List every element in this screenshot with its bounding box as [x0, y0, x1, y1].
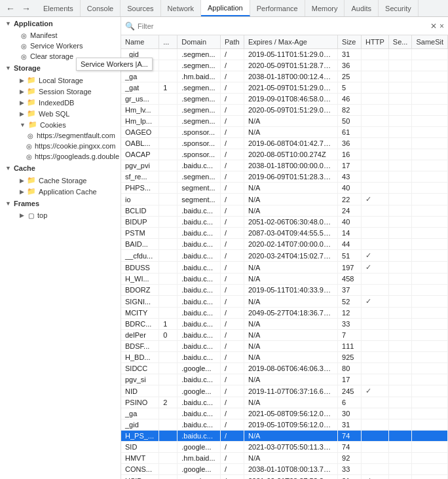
sidebar-item-websql[interactable]: ▶ 📁 Web SQL [0, 108, 121, 119]
table-row[interactable]: sf_re....segmen.../2019-06-09T01:51:28.3… [121, 171, 448, 183]
cell-path: / [221, 205, 244, 217]
table-row[interactable]: BDUSS.baidu.c.../N/A197✓ [121, 262, 448, 274]
cell-size: 17 [338, 160, 362, 171]
table-row[interactable]: BDORZ.baidu.c.../2019-05-11T01:40:33.917… [121, 285, 448, 296]
cell-domain: .baidu.c... [177, 431, 221, 442]
cell-name: BDUSS [121, 262, 159, 274]
tab-sources[interactable]: Sources [121, 0, 160, 16]
table-row[interactable]: OAID.segmen.../2020-05-09T01:51:28.753Z3… [121, 60, 448, 71]
tab-network[interactable]: Network [161, 0, 201, 16]
sidebar-item-cookies[interactable]: ▼ 📁 Cookies [0, 119, 121, 130]
table-row[interactable]: H_PS_....baidu.c.../N/A74 [121, 431, 448, 442]
forward-icon[interactable]: → [20, 2, 33, 15]
table-row[interactable]: NID.google.../2019-11-07T06:37:16.622Z24… [121, 385, 448, 397]
table-row[interactable]: BCLID.baidu.c.../N/A24 [121, 205, 448, 217]
top-label: top [37, 211, 47, 219]
table-row[interactable]: _gid.segmen.../2019-05-11T01:51:29.000Z3… [121, 49, 448, 60]
col-domain[interactable]: Domain [177, 35, 221, 49]
col-size[interactable]: Size [338, 35, 362, 49]
tab-console[interactable]: Console [81, 0, 121, 16]
col-samesite[interactable]: SameSit [412, 35, 448, 49]
table-row[interactable]: __cfdu....baidu.c.../2020-03-24T04:15:02… [121, 250, 448, 262]
filter-clear-icon[interactable]: ✕ [430, 22, 437, 31]
cell-domain: .baidu.c... [177, 341, 221, 352]
table-row[interactable]: H_BD....baidu.c.../N/A925 [121, 352, 448, 363]
tab-audits[interactable]: Audits [345, 0, 379, 16]
cell-name: Hm_lv... [121, 105, 159, 116]
cell-size: 12 [338, 308, 362, 319]
cell-path: / [221, 385, 244, 397]
table-row[interactable]: BIDUP.baidu.c.../2051-02-06T06:30:48.000… [121, 217, 448, 228]
sidebar-item-service-workers[interactable]: ◎ Service Workers [0, 41, 121, 51]
table-row[interactable]: HMVT.hm.baid.../N/A92 [121, 453, 448, 464]
col-val[interactable]: ... [159, 35, 177, 49]
sidebar-item-top[interactable]: ▶ ▢ top [0, 210, 121, 221]
table-row[interactable]: SIGNI....baidu.c.../N/A52✓ [121, 296, 448, 308]
table-row[interactable]: Hm_lv....segmen.../2020-05-09T01:51:29.0… [121, 105, 448, 116]
table-row[interactable]: delPer0.baidu.c.../N/A7 [121, 330, 448, 341]
table-row[interactable]: BDRC...1.baidu.c.../N/A33 [121, 319, 448, 330]
table-row[interactable]: iosegment.../N/A22✓ [121, 194, 448, 205]
table-row[interactable]: _ga.baidu.c.../2021-05-08T09:56:12.000Z3… [121, 408, 448, 419]
sidebar-item-cookie-1[interactable]: ◎ https://cookie.pingxx.com [0, 141, 121, 151]
table-row[interactable]: pgv_pvi.baidu.c.../2038-01-18T00:00:00.0… [121, 160, 448, 171]
sidebar-item-cache-storage[interactable]: ▶ 📁 Cache Storage [0, 175, 121, 186]
table-row[interactable]: H_WI....baidu.c.../N/A458 [121, 274, 448, 285]
table-row[interactable]: _gid.baidu.c.../2019-05-10T09:56:12.000Z… [121, 419, 448, 431]
sidebar-item-local-storage[interactable]: ▶ 📁 Local Storage [0, 75, 121, 86]
tab-memory[interactable]: Memory [305, 0, 345, 16]
sidebar-section-cache[interactable]: ▼ Cache [0, 162, 121, 175]
sidebar-item-cookie-0[interactable]: ◎ https://segmentfault.com [0, 130, 121, 141]
cell-se [388, 385, 412, 397]
cell-samesite [412, 183, 448, 194]
cell-domain: .baidu.c... [177, 228, 221, 239]
sidebar-section-frames[interactable]: ▼ Frames [0, 197, 121, 210]
col-path[interactable]: Path [221, 35, 244, 49]
table-row[interactable]: BAID....baidu.c.../2020-02-14T07:00:00.0… [121, 239, 448, 250]
table-row[interactable]: HSID.google.../2021-02-21T08:37:53.370Z2… [121, 475, 448, 480]
sidebar-item-manifest[interactable]: ◎ Manifest [0, 30, 121, 41]
tooltip: Service Workers |A... [76, 58, 121, 71]
sidebar-item-indexeddb[interactable]: ▶ 📁 IndexedDB [0, 97, 121, 108]
cell-name: __cfdu... [121, 250, 159, 262]
table-row[interactable]: BDSF....baidu.c.../N/A111 [121, 341, 448, 352]
table-row[interactable]: PSTM.baidu.c.../2087-03-04T09:44:55.532Z… [121, 228, 448, 239]
col-name[interactable]: Name [121, 35, 159, 49]
table-row[interactable]: MCITY.baidu.c.../2049-05-27T04:18:36.734… [121, 308, 448, 319]
filter-close-icon[interactable]: × [439, 22, 444, 31]
col-http[interactable]: HTTP [362, 35, 389, 49]
cell-se [388, 308, 412, 319]
sidebar-item-session-storage[interactable]: ▶ 📁 Session Storage [0, 86, 121, 97]
back-icon[interactable]: ← [4, 2, 17, 15]
tab-elements[interactable]: Elements [37, 0, 81, 16]
table-row[interactable]: PSINO2.baidu.c.../N/A6 [121, 397, 448, 408]
table-row[interactable]: OACAP.sponsor.../2020-08-05T10:00.274Z16 [121, 149, 448, 160]
cell-expires: 2021-05-09T01:51:29.000Z [244, 82, 338, 94]
table-row[interactable]: _ga.hm.baid.../2038-01-18T00:00:12.472Z2… [121, 71, 448, 82]
table-row[interactable]: OAGEO.sponsor.../N/A61 [121, 127, 448, 138]
cell-samesite [412, 116, 448, 127]
cell-val [159, 285, 177, 296]
cell-size: 74 [338, 431, 362, 442]
cell-size: 52 [338, 296, 362, 308]
table-row[interactable]: Hm_lp....segmen.../N/A50 [121, 116, 448, 127]
tab-application[interactable]: Application [201, 0, 250, 16]
sidebar-section-application[interactable]: ▼ Application [0, 17, 121, 30]
table-row[interactable]: OABL....sponsor.../2019-06-08T04:01:42.7… [121, 138, 448, 149]
sidebar-item-cookie-2[interactable]: ◎ https://googleads.g.double [0, 151, 121, 162]
col-se[interactable]: Se... [388, 35, 412, 49]
table-row[interactable]: pgv_si.baidu.c.../N/A17 [121, 374, 448, 385]
table-row[interactable]: _gat1.segmen.../2021-05-09T01:51:29.000Z… [121, 82, 448, 94]
table-row[interactable]: SIDCC.google.../2019-08-06T06:46:06.324Z… [121, 363, 448, 374]
cell-samesite [412, 296, 448, 308]
filter-input[interactable] [138, 22, 428, 30]
cell-val [159, 363, 177, 374]
tab-performance[interactable]: Performance [250, 0, 305, 16]
table-row[interactable]: PHPS...segment.../N/A40 [121, 183, 448, 194]
table-row[interactable]: gr_us....segmen.../2019-09-01T08:46:58.0… [121, 94, 448, 105]
table-row[interactable]: CONS....google.../2038-01-10T08:00:13.74… [121, 464, 448, 475]
tab-security[interactable]: Security [379, 0, 419, 16]
table-row[interactable]: SID.google.../2021-03-07T05:50:11.332Z74 [121, 442, 448, 453]
sidebar-item-app-cache[interactable]: ▶ 📁 Application Cache [0, 186, 121, 197]
col-expires[interactable]: Expires / Max-Age [244, 35, 338, 49]
